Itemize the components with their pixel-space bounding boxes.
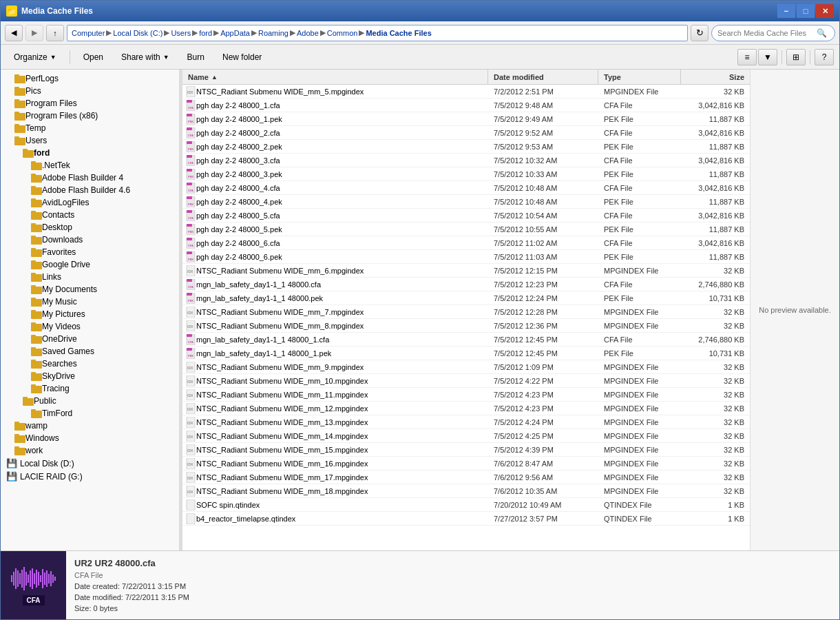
burn-button[interactable]: Burn	[180, 48, 212, 67]
col-date-header[interactable]: Date modified	[488, 70, 598, 84]
col-size-header[interactable]: Size	[681, 70, 750, 84]
sidebar-item-perflogs[interactable]: PerfLogs	[1, 72, 179, 85]
table-row[interactable]: IDX NTSC_Radiant Submenu WIDE_mm_13.mpgi…	[182, 415, 750, 429]
table-row[interactable]: CFA pgh day 2-2 48000_3.cfa 7/5/2012 10:…	[182, 154, 750, 167]
table-row[interactable]: b4_reactor_timelapse.qtindex 7/27/2012 3…	[182, 512, 750, 526]
table-row[interactable]: IDX NTSC_Radiant Submenu WIDE_mm_14.mpgi…	[182, 429, 750, 443]
table-row[interactable]: CFA pgh day 2-2 48000_5.cfa 7/5/2012 10:…	[182, 209, 750, 223]
table-row[interactable]: CFA mgn_lab_safety_day1-1_1 48000.cfa 7/…	[182, 278, 750, 291]
sidebar-item-my-videos[interactable]: My Videos	[1, 320, 179, 333]
sidebar-item-ford[interactable]: ford	[1, 147, 179, 159]
cell-type: PEK File	[598, 115, 681, 123]
view-arrow-button[interactable]: ▼	[758, 49, 777, 65]
sidebar-item-users[interactable]: Users	[1, 134, 179, 147]
sidebar-item-my-music[interactable]: My Music	[1, 296, 179, 308]
table-row[interactable]: IDX NTSC_Radiant Submenu WIDE_mm_9.mpgin…	[182, 360, 750, 374]
table-row[interactable]: PEK pgh day 2-2 48000_5.pek 7/5/2012 10:…	[182, 223, 750, 236]
table-row[interactable]: CFA pgh day 2-2 48000_4.cfa 7/5/2012 10:…	[182, 181, 750, 195]
sidebar-item-my-documents[interactable]: My Documents	[1, 283, 179, 296]
new-folder-button[interactable]: New folder	[215, 48, 269, 67]
sidebar-item-temp[interactable]: Temp	[1, 122, 179, 134]
sidebar-item-google-drive[interactable]: Google Drive	[1, 258, 179, 271]
table-row[interactable]: IDX NTSC_Radiant Submenu WIDE_mm_15.mpgi…	[182, 443, 750, 457]
mpgindex-file-icon: IDX	[185, 375, 196, 386]
table-row[interactable]: PEK pgh day 2-2 48000_3.pek 7/5/2012 10:…	[182, 167, 750, 181]
table-row[interactable]: CFA pgh day 2-2 48000_2.cfa 7/5/2012 9:5…	[182, 126, 750, 140]
table-row[interactable]: IDX NTSC_Radiant Submenu WIDE_mm_10.mpgi…	[182, 374, 750, 388]
maximize-button[interactable]: □	[797, 4, 815, 18]
preview-pane-button[interactable]: ⊞	[786, 49, 806, 65]
minimize-button[interactable]: −	[777, 4, 795, 18]
table-row[interactable]: IDX NTSC_Radiant Submenu WIDE_mm_5.mpgin…	[182, 85, 750, 99]
table-row[interactable]: IDX NTSC_Radiant Submenu WIDE_mm_17.mpgi…	[182, 471, 750, 484]
search-box[interactable]: 🔍	[711, 25, 835, 41]
svg-rect-61	[14, 446, 19, 449]
svg-text:IDX: IDX	[187, 269, 193, 273]
sidebar-item-work[interactable]: work	[1, 444, 179, 457]
forward-button[interactable]: ▶	[25, 25, 43, 41]
view-toggle-button[interactable]: ≡	[737, 49, 757, 65]
table-row[interactable]: PEK pgh day 2-2 48000_1.pek 7/5/2012 9:4…	[182, 112, 750, 126]
sidebar-item-public[interactable]: Public	[1, 395, 179, 407]
cell-size: 3,042,816 KB	[681, 239, 750, 247]
sidebar-item-contacts[interactable]: Contacts	[1, 209, 179, 221]
organize-button[interactable]: Organize ▼	[6, 48, 64, 67]
up-button[interactable]: ↑	[46, 25, 64, 41]
sidebar-item-pics[interactable]: Pics	[1, 85, 179, 97]
table-row[interactable]: IDX NTSC_Radiant Submenu WIDE_mm_11.mpgi…	[182, 388, 750, 402]
folder-icon	[14, 433, 25, 443]
search-input[interactable]	[717, 29, 814, 37]
table-row[interactable]: IDX NTSC_Radiant Submenu WIDE_mm_18.mpgi…	[182, 484, 750, 498]
sidebar-item-adobe-flash-builder-4[interactable]: Adobe Flash Builder 4	[1, 172, 179, 184]
sidebar-item-skydrive[interactable]: SkyDrive	[1, 370, 179, 382]
file-name: pgh day 2-2 48000_2.pek	[196, 143, 282, 151]
table-row[interactable]: PEK mgn_lab_safety_day1-1_1 48000.pek 7/…	[182, 291, 750, 305]
sidebar-item-timford[interactable]: TimFord	[1, 407, 179, 420]
table-row[interactable]: IDX NTSC_Radiant Submenu WIDE_mm_7.mpgin…	[182, 305, 750, 319]
help-button[interactable]: ?	[815, 49, 834, 65]
sidebar-item-searches[interactable]: Searches	[1, 358, 179, 370]
open-button[interactable]: Open	[76, 48, 111, 67]
sidebar-item-links[interactable]: Links	[1, 271, 179, 283]
sidebar-item-program-files[interactable]: Program Files	[1, 97, 179, 110]
organize-arrow: ▼	[50, 54, 56, 61]
window-title: Media Cache Files	[21, 6, 93, 16]
table-row[interactable]: PEK mgn_lab_safety_day1-1_1 48000_1.pek …	[182, 347, 750, 360]
table-row[interactable]: CFA mgn_lab_safety_day1-1_1 48000_1.cfa …	[182, 333, 750, 347]
refresh-button[interactable]: ↻	[691, 25, 708, 41]
table-row[interactable]: IDX NTSC_Radiant Submenu WIDE_mm_6.mpgin…	[182, 264, 750, 278]
sidebar-item-downloads[interactable]: Downloads	[1, 234, 179, 246]
table-row[interactable]: CFA pgh day 2-2 48000_6.cfa 7/5/2012 11:…	[182, 236, 750, 250]
table-row[interactable]: IDX NTSC_Radiant Submenu WIDE_mm_12.mpgi…	[182, 402, 750, 415]
table-row[interactable]: PEK pgh day 2-2 48000_6.pek 7/5/2012 11:…	[182, 250, 750, 264]
sidebar-item-lacie-raid-(g:)[interactable]: 💾LACIE RAID (G:)	[1, 470, 179, 483]
back-button[interactable]: ◀	[5, 25, 23, 41]
svg-text:IDX: IDX	[187, 407, 193, 411]
svg-rect-150	[30, 570, 31, 587]
mpgindex-file-icon: IDX	[185, 320, 196, 331]
table-row[interactable]: IDX NTSC_Radiant Submenu WIDE_mm_16.mpgi…	[182, 457, 750, 471]
sidebar-item-wamp[interactable]: wamp	[1, 420, 179, 432]
col-type-header[interactable]: Type	[598, 70, 681, 84]
table-row[interactable]: CFA pgh day 2-2 48000_1.cfa 7/5/2012 9:4…	[182, 99, 750, 112]
close-button[interactable]: ✕	[816, 4, 834, 18]
table-row[interactable]: IDX NTSC_Radiant Submenu WIDE_mm_8.mpgin…	[182, 319, 750, 333]
col-name-header[interactable]: Name ▲	[182, 70, 488, 84]
sidebar-item-local-disk-(d:)[interactable]: 💾Local Disk (D:)	[1, 457, 179, 470]
sidebar-item-favorites[interactable]: Favorites	[1, 246, 179, 258]
share-with-button[interactable]: Share with ▼	[114, 48, 177, 67]
sidebar-item-program-files-(x86)[interactable]: Program Files (x86)	[1, 110, 179, 122]
sidebar-item-windows[interactable]: Windows	[1, 432, 179, 444]
sidebar-item-saved-games[interactable]: Saved Games	[1, 345, 179, 358]
breadcrumb[interactable]: Computer ▶ Local Disk (C:) ▶ Users ▶ for…	[67, 25, 688, 41]
table-row[interactable]: PEK pgh day 2-2 48000_4.pek 7/5/2012 10:…	[182, 195, 750, 209]
sidebar-item-onedrive[interactable]: OneDrive	[1, 333, 179, 345]
table-row[interactable]: SOFC spin.qtindex 7/20/2012 10:49 AM QTI…	[182, 498, 750, 512]
sidebar-item-adobe-flash-builder-4.6[interactable]: Adobe Flash Builder 4.6	[1, 184, 179, 196]
sidebar-item-.nettek[interactable]: .NetTek	[1, 159, 179, 172]
table-row[interactable]: PEK pgh day 2-2 48000_2.pek 7/5/2012 9:5…	[182, 140, 750, 154]
sidebar-item-avidlogfiles[interactable]: AvidLogFiles	[1, 196, 179, 209]
sidebar-item-tracing[interactable]: Tracing	[1, 382, 179, 395]
sidebar-item-desktop[interactable]: Desktop	[1, 221, 179, 234]
sidebar-item-my-pictures[interactable]: My Pictures	[1, 308, 179, 320]
